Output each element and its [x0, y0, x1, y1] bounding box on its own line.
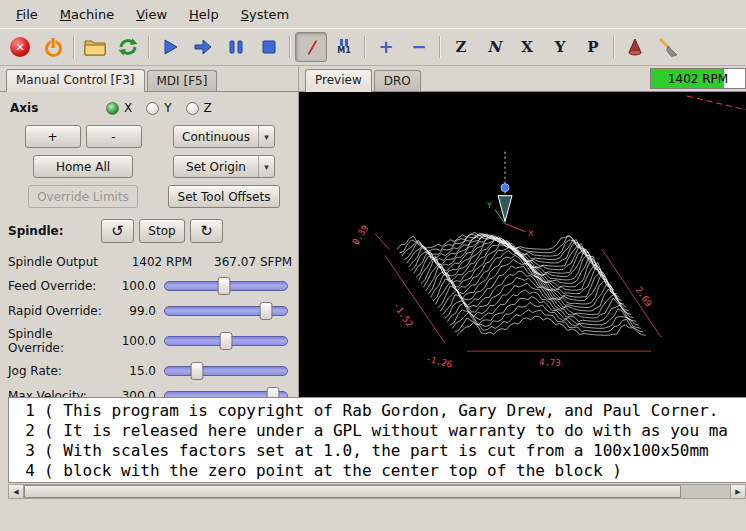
machine-power-button[interactable]	[37, 32, 69, 62]
gcode-line[interactable]: 4( block with the zero point at the cent…	[9, 461, 746, 481]
set-tool-offsets-button[interactable]: Set Tool Offsets	[168, 185, 280, 208]
pause-icon	[225, 36, 247, 58]
axis-radio-y[interactable]: Y	[146, 101, 171, 115]
optional-pause-button[interactable]: M1	[328, 32, 360, 62]
jog-minus-button[interactable]: -	[86, 125, 142, 148]
spindle-rpm-value: 1402 RPM	[110, 255, 192, 269]
tab-preview[interactable]: Preview	[305, 69, 372, 92]
run-step-button[interactable]	[187, 32, 219, 62]
machine-limit-line	[687, 96, 746, 110]
axis-radio-x[interactable]: X	[106, 101, 132, 115]
clear-plot-button[interactable]	[652, 32, 684, 62]
slider-trough[interactable]	[164, 366, 288, 376]
run-program-button[interactable]	[154, 32, 186, 62]
view-side-icon: X	[521, 38, 533, 56]
spindle-stop-button[interactable]: Stop	[139, 219, 185, 243]
scroll-left-button[interactable]: ◀	[9, 485, 24, 498]
radio-selected-icon	[106, 102, 119, 115]
spindle-ccw-button[interactable]: ↺	[101, 219, 134, 243]
view-top-button[interactable]: Z	[445, 32, 477, 62]
axis-radio-z[interactable]: Z	[186, 101, 212, 115]
step-arrow-icon	[192, 36, 214, 58]
menu-machine[interactable]: Machine	[50, 3, 124, 26]
spindle-label: Spindle:	[8, 224, 96, 238]
axis-selector: Axis X Y Z	[10, 101, 288, 115]
linuxcnc-window: File Machine View Help System ✕	[0, 0, 746, 531]
rapid-override-row: Rapid Override: 99.0	[8, 302, 290, 320]
tab-dro[interactable]: DRO	[374, 70, 421, 91]
estop-button[interactable]: ✕	[4, 32, 36, 62]
toolbar-separator	[613, 36, 615, 58]
slider-handle[interactable]	[217, 277, 230, 295]
max-velocity-slider[interactable]	[164, 387, 288, 397]
rotate-view-button[interactable]	[619, 32, 651, 62]
view-side-button[interactable]: X	[511, 32, 543, 62]
pause-program-button[interactable]	[220, 32, 252, 62]
zoom-out-button[interactable]: −	[403, 32, 435, 62]
spindle-cw-button[interactable]: ↻	[190, 219, 223, 243]
rpm-meter-text: 1402 RPM	[651, 69, 745, 88]
radio-icon	[146, 102, 159, 115]
home-all-button[interactable]: Home All	[33, 155, 133, 178]
jog-increment-select[interactable]: Continuous ▾	[173, 125, 275, 148]
axis-label: Axis	[10, 101, 106, 115]
tab-manual-control[interactable]: Manual Control [F3]	[6, 69, 145, 92]
reload-file-button[interactable]	[112, 32, 144, 62]
chevron-down-icon: ▾	[258, 126, 274, 147]
preview-canvas[interactable]: 0.39 -1.52 -1.26 4.73 2.69 X Y	[299, 91, 746, 397]
dim-label-4: 4.73	[539, 357, 561, 368]
control-tabs: Manual Control [F3] MDI [F5]	[0, 66, 298, 91]
menu-system[interactable]: System	[231, 3, 300, 26]
open-folder-icon	[84, 39, 106, 56]
tool-holder-dot	[501, 184, 509, 192]
scrollbar-thumb[interactable]	[24, 485, 681, 498]
menu-file[interactable]: File	[6, 3, 48, 26]
spindle-sfpm-value: 367.07 SFPM	[192, 255, 292, 269]
zoom-in-button[interactable]: +	[370, 32, 402, 62]
manual-control-panel: Axis X Y Z +	[0, 91, 298, 397]
set-origin-button[interactable]: Set Origin ▾	[173, 155, 275, 178]
jog-rate-label: Jog Rate:	[8, 364, 106, 378]
play-icon	[159, 36, 181, 58]
set-origin-label: Set Origin	[174, 160, 258, 174]
skip-lines-button[interactable]: /	[295, 32, 327, 62]
view-front-button[interactable]: Y	[544, 32, 576, 62]
feed-override-row: Feed Override: 100.0	[8, 277, 290, 295]
toolbar-separator	[364, 36, 366, 58]
gcode-hscrollbar[interactable]: ◀ ▶	[8, 484, 746, 499]
feed-override-slider[interactable]	[164, 277, 288, 295]
tab-mdi[interactable]: MDI [F5]	[147, 70, 218, 91]
axis-x-label: X	[124, 101, 132, 115]
axis-z-label: Z	[204, 101, 212, 115]
gcode-listing[interactable]: 1( This program is copyright of Rab Gord…	[8, 397, 746, 483]
menubar: File Machine View Help System	[0, 0, 746, 28]
zoom-in-icon: +	[378, 38, 393, 56]
view-rotated-top-button[interactable]: N	[478, 32, 510, 62]
jog-plus-button[interactable]: +	[25, 125, 81, 148]
menu-view[interactable]: View	[126, 3, 177, 26]
stop-program-button[interactable]	[253, 32, 285, 62]
override-limits-button[interactable]: Override Limits	[28, 185, 138, 208]
gcode-line[interactable]: 1( This program is copyright of Rab Gord…	[9, 401, 746, 421]
skip-slash-icon: /	[308, 37, 314, 57]
slider-handle[interactable]	[220, 332, 233, 350]
broom-icon	[657, 36, 679, 58]
gcode-line[interactable]: 3( With scales factors set at 1.0, the p…	[9, 441, 746, 461]
slider-handle[interactable]	[259, 302, 272, 320]
view-perspective-button[interactable]: P	[577, 32, 609, 62]
spindle-override-row: Spindle Override: 100.0	[8, 327, 290, 355]
spindle-override-slider[interactable]	[164, 332, 288, 350]
spindle-controls: Spindle: ↺ Stop ↻	[8, 219, 290, 243]
menu-help[interactable]: Help	[179, 3, 229, 26]
scrollbar-track[interactable]	[24, 485, 730, 498]
jog-rate-row: Jog Rate: 15.0	[8, 362, 290, 380]
open-file-button[interactable]	[79, 32, 111, 62]
power-icon	[45, 40, 62, 57]
estop-icon: ✕	[10, 37, 30, 57]
slider-handle[interactable]	[191, 362, 204, 380]
gcode-line[interactable]: 2( It is released here under a GPL witho…	[9, 421, 746, 441]
slider-handle[interactable]	[267, 387, 280, 397]
scroll-right-button[interactable]: ▶	[730, 485, 745, 498]
jog-rate-slider[interactable]	[164, 362, 288, 380]
rapid-override-slider[interactable]	[164, 302, 288, 320]
